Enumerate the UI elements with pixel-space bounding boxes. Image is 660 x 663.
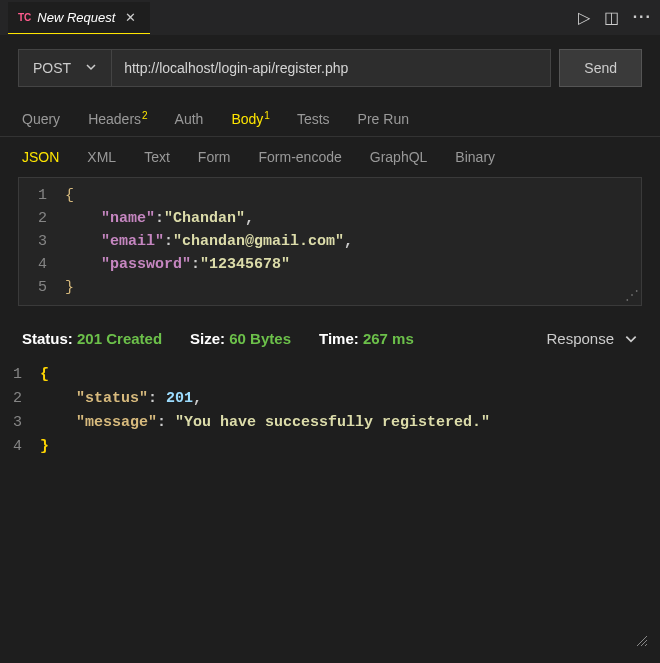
split-icon[interactable]: ◫ [604,8,619,27]
resize-handle-icon[interactable]: ⋰ [625,287,639,303]
tc-icon: TC [18,12,31,23]
url-input[interactable] [111,49,551,87]
request-body-editor[interactable]: 1{ 2 "name":"Chandan", 3 "email":"chanda… [18,177,642,306]
format-xml[interactable]: XML [87,149,116,165]
time-value: 267 ms [363,330,414,347]
format-formenc[interactable]: Form-encode [259,149,342,165]
format-text[interactable]: Text [144,149,170,165]
response-dropdown[interactable]: Response [546,330,638,347]
tab-bar: TC New Request ✕ ▷ ◫ ··· [0,0,660,35]
format-graphql[interactable]: GraphQL [370,149,428,165]
title-actions: ▷ ◫ ··· [578,8,652,27]
tab-new-request[interactable]: TC New Request ✕ [8,2,150,34]
method-value: POST [33,60,71,76]
size-label: Size: 60 Bytes [190,330,291,347]
chevron-down-icon [624,332,638,346]
close-icon[interactable]: ✕ [121,10,140,25]
response-body[interactable]: 1{ 2 "status": 201, 3 "message": "You ha… [0,359,660,463]
body-format-tabs: JSON XML Text Form Form-encode GraphQL B… [0,137,660,177]
tab-prerun[interactable]: Pre Run [358,111,409,127]
tab-headers[interactable]: Headers2 [88,111,146,127]
format-form[interactable]: Form [198,149,231,165]
method-select[interactable]: POST [18,49,111,87]
tab-query[interactable]: Query [22,111,60,127]
request-tabs: Query Headers2 Auth Body1 Tests Pre Run [0,101,660,137]
tab-body[interactable]: Body1 [231,111,268,127]
more-icon[interactable]: ··· [633,8,652,27]
format-binary[interactable]: Binary [455,149,495,165]
tab-title: New Request [37,10,115,25]
format-json[interactable]: JSON [22,149,59,165]
chevron-down-icon [85,60,97,76]
request-row: POST Send [0,35,660,101]
status-value: 201 Created [77,330,162,347]
size-value: 60 Bytes [229,330,291,347]
run-icon[interactable]: ▷ [578,8,590,27]
time-label: Time: 267 ms [319,330,414,347]
status-bar: Status: 201 Created Size: 60 Bytes Time:… [0,318,660,359]
window-resize-icon[interactable] [632,631,648,651]
send-button[interactable]: Send [559,49,642,87]
tab-auth[interactable]: Auth [175,111,204,127]
tab-tests[interactable]: Tests [297,111,330,127]
status-label: Status: 201 Created [22,330,162,347]
